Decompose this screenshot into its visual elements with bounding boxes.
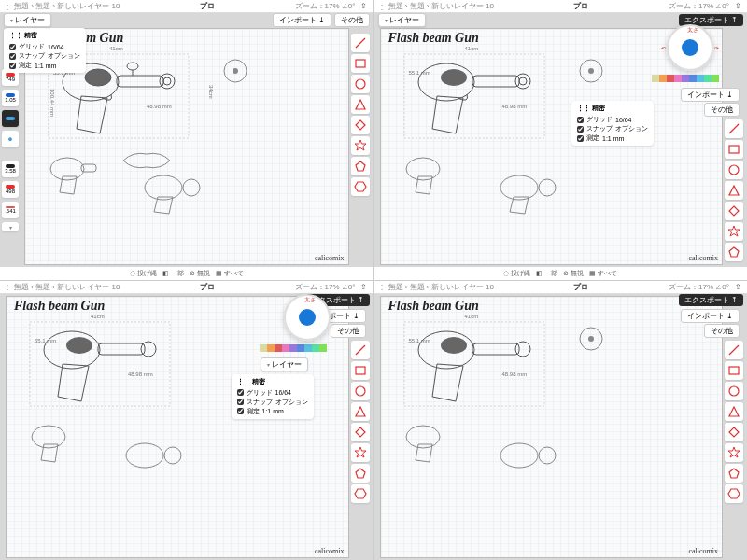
breadcrumb[interactable]: 無題 › 無題 › 新しいレイヤー 10 [388,1,494,11]
svg-point-73 [588,336,594,342]
tool-ignore[interactable]: ⊘無視 [563,269,584,278]
other-button[interactable]: その他 [704,324,740,338]
tool-all[interactable]: ▦すべて [589,269,617,278]
other-button[interactable]: その他 [704,103,740,117]
shape-pentagon[interactable] [725,464,743,483]
shape-line[interactable] [725,119,743,138]
tool-partial[interactable]: ◧一部 [162,269,184,278]
pen-tool-red2[interactable]: 498 [2,181,19,198]
shape-star[interactable] [725,222,743,241]
shape-circle[interactable] [725,382,743,400]
measure-checkbox[interactable] [9,63,16,69]
breadcrumb[interactable]: 無題 › 無題 › 新しいレイヤー 10 [14,1,120,11]
shape-diamond[interactable] [725,423,743,441]
zoom-label[interactable]: ズーム：17% ∠0° [669,282,729,292]
zoom-label[interactable]: ズーム：17% ∠0° [295,1,356,11]
tool-ignore[interactable]: ⊘無視 [190,269,210,278]
picker-hub[interactable] [682,39,698,56]
import-button[interactable]: インポート⤓ [273,13,331,27]
pen-tool-blue[interactable]: 1.05 [2,90,19,106]
shape-circle[interactable] [351,75,370,93]
svg-marker-45 [355,447,366,457]
zoom-label[interactable]: ズーム：17% ∠0° [669,1,729,11]
grip-icon[interactable]: ⋮⋮ [378,283,386,290]
grip-icon[interactable]: ⋮⋮ [4,3,11,10]
app-mode-label[interactable]: プロ [120,1,294,11]
zoom-label[interactable]: ズーム：17% ∠0° [295,282,356,292]
shape-pentagon[interactable] [351,157,370,175]
svg-point-54 [126,443,163,468]
shape-line[interactable] [725,341,743,359]
shape-rect[interactable] [351,54,370,73]
drawing-canvas[interactable]: Flash beam Gun 41cm 55.1 mm 48.98 mm cal… [380,296,724,559]
shape-circle[interactable] [351,382,370,400]
shape-hexagon[interactable] [351,177,370,196]
shape-line[interactable] [351,34,370,52]
swatch-strip[interactable] [652,75,719,82]
pen-tool-selected[interactable] [2,110,19,127]
pen-tool-thin[interactable]: .541 [2,202,19,218]
shape-pentagon[interactable] [725,243,743,261]
grip-icon[interactable]: ⋮⋮ [378,3,386,10]
measure-row[interactable]: 測定 1:1 mm [577,133,648,143]
shape-star[interactable] [351,443,370,462]
shape-triangle[interactable] [351,95,370,114]
pen-tool-black[interactable]: 3.58 [2,161,19,177]
shape-circle[interactable] [725,161,743,179]
layer-dropdown[interactable]: ▾レイヤー [4,13,51,27]
tool-lasso[interactable]: ◌投げ縄 [130,269,157,278]
tool-all[interactable]: ▦すべて [216,269,244,278]
shape-pentagon[interactable] [351,464,370,483]
app-mode-label[interactable]: プロ [494,282,669,292]
expand-tools[interactable]: ▾ [2,222,19,231]
shape-triangle[interactable] [725,402,743,421]
export-button[interactable]: エクスポート⤒ [679,294,743,306]
import-button[interactable]: インポート⤓ [681,88,740,102]
app-mode-label[interactable]: プロ [120,282,294,292]
shape-star[interactable] [351,136,370,155]
shape-diamond[interactable] [351,423,370,441]
precision-header[interactable]: ⋮⋮精密 [577,104,648,113]
share-icon[interactable]: ⇪ [732,1,743,12]
grip-icon[interactable]: ⋮⋮ [4,283,11,290]
app-mode-label[interactable]: プロ [494,1,669,11]
radial-color-picker[interactable]: 太さ ↶ ↷ [667,24,713,71]
precision-panel: ⋮⋮精密 グリッド 16/64 スナップ オプション 測定 1:1 mm [232,374,314,419]
radial-color-picker[interactable]: 太さ [284,294,331,341]
shape-triangle[interactable] [351,402,370,421]
snap-row[interactable]: スナップ オプション [9,51,80,61]
share-icon[interactable]: ⇪ [732,281,743,292]
share-icon[interactable]: ⇪ [359,281,370,292]
share-icon[interactable]: ⇪ [359,1,370,12]
tool-lasso[interactable]: ◌投げ縄 [503,269,530,278]
shape-rect[interactable] [725,140,743,159]
layer-dropdown[interactable]: ▾レイヤー [261,357,308,371]
shape-hexagon[interactable] [725,484,743,503]
precision-header[interactable]: ⋮⋮精密 [9,31,80,40]
layer-dropdown[interactable]: ▾レイヤー [378,13,426,27]
shape-triangle[interactable] [725,181,743,200]
tool-partial[interactable]: ◧一部 [536,269,557,278]
grid-row[interactable]: グリッド 16/64 [577,115,648,124]
svg-point-13 [163,77,171,85]
shape-diamond[interactable] [351,116,370,134]
svg-marker-62 [729,469,739,478]
shape-star[interactable] [725,443,743,462]
other-button[interactable]: その他 [334,13,370,27]
color-picker-dot[interactable]: ● [2,131,19,147]
shape-line[interactable] [351,341,370,359]
breadcrumb[interactable]: 無題 › 無題 › 新しいレイヤー 10 [14,282,120,292]
import-button[interactable]: インポート⤓ [681,309,740,323]
other-button[interactable]: その他 [331,324,366,338]
shape-rect[interactable] [351,361,370,380]
breadcrumb[interactable]: 無題 › 無題 › 新しいレイヤー 10 [388,282,494,292]
snap-row[interactable]: スナップ オプション [577,124,648,133]
shape-rect[interactable] [725,361,743,380]
snap-checkbox[interactable] [9,53,16,60]
swatch-strip[interactable] [260,344,327,352]
grid-row[interactable]: グリッド 16/64 [9,42,80,51]
shape-hexagon[interactable] [351,484,370,503]
shape-diamond[interactable] [725,202,743,220]
grid-checkbox[interactable] [9,44,16,50]
pen-tool-red[interactable]: 749 [2,69,19,86]
